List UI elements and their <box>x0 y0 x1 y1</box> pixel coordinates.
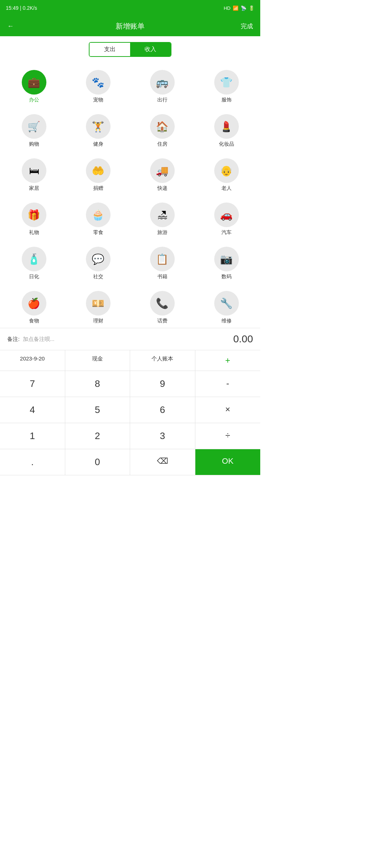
info-row: 2023-9-20现金个人账本+ <box>0 350 260 371</box>
op-button-3[interactable]: × <box>195 397 261 423</box>
category-icon-elder: 👴 <box>214 158 239 183</box>
category-icon-car: 🚗 <box>214 203 239 227</box>
category-label-repair: 维修 <box>221 318 232 324</box>
category-label-donation: 捐赠 <box>93 185 103 192</box>
category-item-office[interactable]: 💼 办公 <box>4 66 64 107</box>
category-label-digital: 数码 <box>221 274 232 280</box>
category-item-snack[interactable]: 🧁 零食 <box>68 199 128 239</box>
status-bar: 15:49 | 0.2K/s HD 📶 📡 🔋 <box>0 0 260 16</box>
calc-row-1: 456× <box>0 397 260 423</box>
back-button[interactable]: ← <box>7 22 22 30</box>
status-icons: HD 📶 📡 🔋 <box>224 5 254 11</box>
header: ← 新增账单 完成 <box>0 16 260 36</box>
num-button-0[interactable]: 0 <box>65 449 130 475</box>
category-item-elder[interactable]: 👴 老人 <box>196 155 257 195</box>
hd-badge: HD <box>224 5 231 11</box>
num-button-5[interactable]: 5 <box>65 397 130 423</box>
category-label-phone: 话费 <box>157 318 167 324</box>
category-icon-pet: 🐾 <box>86 70 111 95</box>
category-icon-furniture: 🛏 <box>22 158 46 183</box>
category-item-shopping[interactable]: 🛒 购物 <box>4 110 64 151</box>
calculator: 2023-9-20现金个人账本+ 789-456×123÷.0⌫OK <box>0 350 260 475</box>
category-icon-gift: 🎁 <box>22 203 46 227</box>
category-item-food[interactable]: 🍎 食物 <box>4 287 64 324</box>
remark-label: 备注: <box>7 336 20 342</box>
info-cell-1[interactable]: 现金 <box>65 350 130 371</box>
category-label-furniture: 家居 <box>29 185 39 192</box>
ok-button[interactable]: OK <box>195 449 261 475</box>
op-button-3[interactable]: - <box>195 371 261 397</box>
category-item-cosmetics[interactable]: 💄 化妆品 <box>196 110 257 151</box>
tab-income[interactable]: 收入 <box>130 43 171 56</box>
num-button-9[interactable]: 9 <box>130 371 195 397</box>
category-label-finance: 理财 <box>93 318 103 324</box>
category-label-books: 书籍 <box>157 274 167 280</box>
category-label-fitness: 健身 <box>93 141 103 147</box>
category-icon-housing: 🏠 <box>150 114 175 139</box>
category-icon-social: 💬 <box>86 247 111 271</box>
category-item-repair[interactable]: 🔧 维修 <box>196 287 257 324</box>
category-item-finance[interactable]: 💴 理财 <box>68 287 128 324</box>
category-icon-repair: 🔧 <box>214 291 239 316</box>
category-icon-tourism: 🏖 <box>150 203 175 227</box>
info-cell-3[interactable]: + <box>195 350 261 371</box>
category-label-express: 快递 <box>157 185 167 192</box>
delete-button[interactable]: ⌫ <box>130 449 195 475</box>
num-button-6[interactable]: 6 <box>130 397 195 423</box>
category-item-books[interactable]: 📋 书籍 <box>132 243 192 284</box>
tab-expenditure[interactable]: 支出 <box>90 43 130 56</box>
calc-row-3: .0⌫OK <box>0 449 260 475</box>
dot-button[interactable]: . <box>0 449 65 475</box>
category-icon-express: 🚚 <box>150 158 175 183</box>
battery-icon: 🔋 <box>249 5 254 11</box>
category-label-elder: 老人 <box>221 185 232 192</box>
num-button-4[interactable]: 4 <box>0 397 65 423</box>
category-icon-office: 💼 <box>22 70 46 95</box>
category-item-digital[interactable]: 📷 数码 <box>196 243 257 284</box>
num-button-1[interactable]: 1 <box>0 423 65 449</box>
category-label-housing: 住房 <box>157 141 167 147</box>
done-button[interactable]: 完成 <box>238 22 253 30</box>
category-item-furniture[interactable]: 🛏 家居 <box>4 155 64 195</box>
info-cell-0[interactable]: 2023-9-20 <box>0 350 65 371</box>
info-cell-2[interactable]: 个人账本 <box>130 350 195 371</box>
category-label-car: 汽车 <box>221 229 232 236</box>
remark-bar: 备注: 加点备注呗... 0.00 <box>0 328 260 350</box>
category-icon-books: 📋 <box>150 247 175 271</box>
category-item-pet[interactable]: 🐾 宠物 <box>68 66 128 107</box>
wifi-icon: 📡 <box>241 5 246 11</box>
category-icon-clothing: 👕 <box>214 70 239 95</box>
num-button-2[interactable]: 2 <box>65 423 130 449</box>
remark-placeholder: 加点备注呗... <box>23 336 55 342</box>
category-icon-finance: 💴 <box>86 291 111 316</box>
category-item-clothing[interactable]: 👕 服饰 <box>196 66 257 107</box>
category-item-express[interactable]: 🚚 快递 <box>132 155 192 195</box>
num-button-8[interactable]: 8 <box>65 371 130 397</box>
tab-row: 支出 收入 <box>0 36 260 63</box>
category-label-office: 办公 <box>29 97 39 103</box>
category-item-phone[interactable]: 📞 话费 <box>132 287 192 324</box>
category-icon-food: 🍎 <box>22 291 46 316</box>
category-label-snack: 零食 <box>93 229 103 236</box>
category-item-social[interactable]: 💬 社交 <box>68 243 128 284</box>
category-item-travel[interactable]: 🚌 出行 <box>132 66 192 107</box>
category-item-daily[interactable]: 🧴 日化 <box>4 243 64 284</box>
category-label-clothing: 服饰 <box>221 97 232 103</box>
category-icon-shopping: 🛒 <box>22 114 46 139</box>
status-time: 15:49 | 0.2K/s <box>6 5 37 11</box>
category-item-housing[interactable]: 🏠 住房 <box>132 110 192 151</box>
num-button-3[interactable]: 3 <box>130 423 195 449</box>
remark-section: 备注: 加点备注呗... <box>7 336 54 343</box>
category-item-car[interactable]: 🚗 汽车 <box>196 199 257 239</box>
num-button-7[interactable]: 7 <box>0 371 65 397</box>
category-label-shopping: 购物 <box>29 141 39 147</box>
op-button-3[interactable]: ÷ <box>195 423 261 449</box>
category-item-tourism[interactable]: 🏖 旅游 <box>132 199 192 239</box>
page-title: 新增账单 <box>22 21 238 31</box>
category-label-tourism: 旅游 <box>157 229 167 236</box>
amount-display: 0.00 <box>233 333 253 345</box>
category-item-donation[interactable]: 🤲 捐赠 <box>68 155 128 195</box>
category-label-gift: 礼物 <box>29 229 39 236</box>
category-item-gift[interactable]: 🎁 礼物 <box>4 199 64 239</box>
category-item-fitness[interactable]: 🏋 健身 <box>68 110 128 151</box>
